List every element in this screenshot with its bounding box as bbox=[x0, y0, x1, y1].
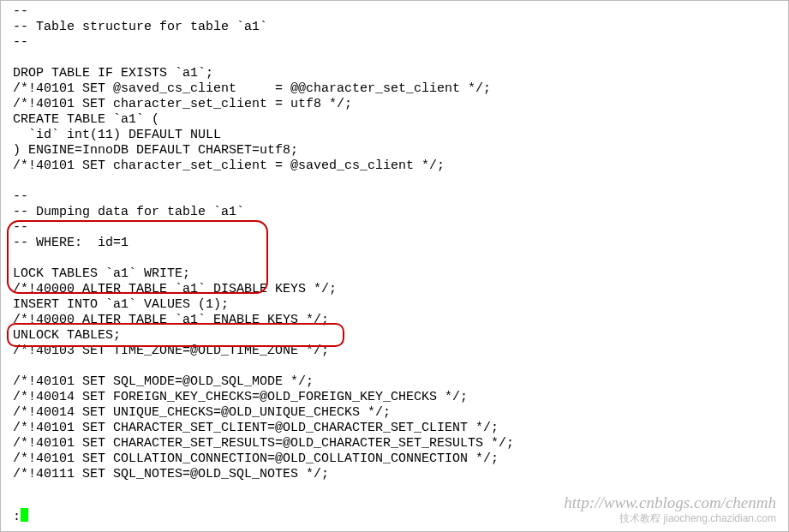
code-line: INSERT INTO `a1` VALUES (1); bbox=[13, 297, 780, 313]
code-line: /*!40101 SET CHARACTER_SET_CLIENT=@OLD_C… bbox=[13, 421, 780, 436]
code-line: -- WHERE: id=1 bbox=[13, 236, 780, 251]
watermark-url: http://www.cnblogs.com/chenmh bbox=[564, 495, 776, 511]
code-line bbox=[13, 174, 780, 189]
code-line: /*!40101 SET COLLATION_CONNECTION=@OLD_C… bbox=[13, 451, 780, 467]
code-line: -- bbox=[13, 220, 780, 236]
code-line: /*!40101 SET CHARACTER_SET_RESULTS=@OLD_… bbox=[13, 436, 780, 451]
code-line bbox=[13, 51, 780, 66]
code-line: /*!40101 SET SQL_MODE=@OLD_SQL_MODE */; bbox=[13, 374, 780, 390]
code-line: -- bbox=[13, 189, 780, 205]
code-line: -- Table structure for table `a1` bbox=[13, 20, 780, 35]
code-line: -- Dumping data for table `a1` bbox=[13, 205, 780, 220]
code-line bbox=[13, 251, 780, 266]
code-line: `id` int(11) DEFAULT NULL bbox=[13, 128, 780, 143]
prompt-prefix: : bbox=[13, 510, 21, 524]
code-line: /*!40014 SET FOREIGN_KEY_CHECKS=@OLD_FOR… bbox=[13, 390, 780, 405]
cursor-icon bbox=[21, 508, 28, 522]
command-prompt[interactable]: : bbox=[13, 508, 28, 525]
code-line: /*!40103 SET TIME_ZONE=@OLD_TIME_ZONE */… bbox=[13, 344, 780, 359]
watermark-site: 技术教程 jiaocheng.chazidian.com bbox=[619, 511, 776, 526]
code-line bbox=[13, 359, 780, 374]
code-line: /*!40014 SET UNIQUE_CHECKS=@OLD_UNIQUE_C… bbox=[13, 405, 780, 421]
code-line: /*!40101 SET character_set_client = @sav… bbox=[13, 158, 780, 174]
code-line: LOCK TABLES `a1` WRITE; bbox=[13, 266, 780, 282]
code-line: /*!40101 SET character_set_client = utf8… bbox=[13, 97, 780, 112]
code-line: CREATE TABLE `a1` ( bbox=[13, 112, 780, 128]
code-line: /*!40111 SET SQL_NOTES=@OLD_SQL_NOTES */… bbox=[13, 467, 780, 482]
code-line: /*!40000 ALTER TABLE `a1` DISABLE KEYS *… bbox=[13, 282, 780, 297]
sql-dump-content: ---- Table structure for table `a1`--DRO… bbox=[1, 1, 788, 486]
code-line: -- bbox=[13, 4, 780, 20]
code-line: /*!40101 SET @saved_cs_client = @@charac… bbox=[13, 81, 780, 97]
code-line: -- bbox=[13, 35, 780, 51]
code-line: ) ENGINE=InnoDB DEFAULT CHARSET=utf8; bbox=[13, 143, 780, 158]
code-line: /*!40000 ALTER TABLE `a1` ENABLE KEYS */… bbox=[13, 313, 780, 328]
code-line: DROP TABLE IF EXISTS `a1`; bbox=[13, 66, 780, 81]
code-line: UNLOCK TABLES; bbox=[13, 328, 780, 344]
